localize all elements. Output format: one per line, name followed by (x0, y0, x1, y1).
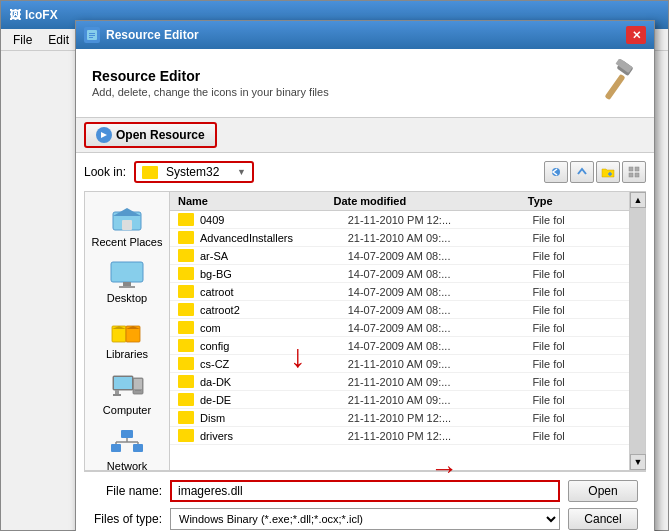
file-date: 14-07-2009 AM 08:... (348, 268, 533, 280)
filename-row: File name: Open (92, 480, 638, 502)
file-name: AdvancedInstallers (200, 232, 348, 244)
file-date: 14-07-2009 AM 08:... (348, 340, 533, 352)
nav-up-button[interactable] (570, 161, 594, 183)
table-row[interactable]: AdvancedInstallers 21-11-2010 AM 09:... … (170, 229, 629, 247)
file-name: cs-CZ (200, 358, 348, 370)
folder-icon (142, 166, 158, 179)
table-row[interactable]: catroot2 14-07-2009 AM 08:... File fol (170, 301, 629, 319)
svg-rect-16 (111, 262, 143, 282)
open-button[interactable]: Open (568, 480, 638, 502)
file-type: File fol (532, 340, 621, 352)
table-row[interactable]: config 14-07-2009 AM 08:... File fol (170, 337, 629, 355)
nav-recent-places[interactable]: Recent Places (90, 200, 165, 252)
table-row[interactable]: 0409 21-11-2010 PM 12:... File fol (170, 211, 629, 229)
hammer-icon (590, 59, 638, 107)
file-type: File fol (532, 304, 621, 316)
svg-rect-2 (89, 35, 95, 36)
file-date: 14-07-2009 AM 08:... (348, 322, 533, 334)
dialog-subtitle: Add, delete, change the icons in your bi… (92, 86, 329, 98)
filename-label: File name: (92, 484, 162, 498)
look-in-value: System32 (162, 165, 223, 179)
folder-icon (178, 321, 194, 334)
file-type: File fol (532, 232, 621, 244)
svg-rect-3 (89, 37, 93, 38)
desktop-label: Desktop (107, 292, 147, 304)
filetype-select[interactable]: Windows Binary (*.exe;*.dll;*.ocx;*.icl) (170, 508, 560, 530)
close-button[interactable]: ✕ (626, 26, 646, 44)
table-row[interactable]: drivers 21-11-2010 PM 12:... File fol (170, 427, 629, 445)
nav-computer[interactable]: Computer (90, 368, 165, 420)
dialog-header: Resource Editor Add, delete, change the … (76, 49, 654, 118)
file-name: ar-SA (200, 250, 348, 262)
file-name: drivers (200, 430, 348, 442)
look-in-row: Look in: System32 ▼ (84, 161, 646, 183)
bg-title-icon: 🖼 (9, 8, 21, 22)
recent-places-label: Recent Places (92, 236, 163, 248)
col-name-header: Name (178, 195, 333, 207)
file-date: 21-11-2010 AM 09:... (348, 394, 533, 406)
scroll-down-button[interactable]: ▼ (630, 454, 646, 470)
file-name: catroot2 (200, 304, 348, 316)
filetype-row: Files of type: Windows Binary (*.exe;*.d… (92, 508, 638, 530)
file-type: File fol (532, 214, 621, 226)
file-type: File fol (532, 358, 621, 370)
col-date-header: Date modified (333, 195, 527, 207)
scroll-thumb[interactable] (630, 208, 645, 454)
bg-menu-file[interactable]: File (5, 31, 40, 49)
open-resource-button[interactable]: Open Resource (84, 122, 217, 148)
file-name: bg-BG (200, 268, 348, 280)
col-type-header: Type (528, 195, 621, 207)
file-date: 21-11-2010 PM 12:... (348, 214, 533, 226)
file-name: catroot (200, 286, 348, 298)
look-in-dropdown[interactable]: System32 ▼ (134, 161, 254, 183)
dialog-toolbar: Open Resource (76, 118, 654, 153)
table-row[interactable]: Dism 21-11-2010 PM 12:... File fol (170, 409, 629, 427)
title-left: Resource Editor (84, 27, 199, 43)
svg-rect-18 (123, 282, 131, 286)
file-type: File fol (532, 322, 621, 334)
nav-new-folder-button[interactable] (596, 161, 620, 183)
table-row[interactable]: com 14-07-2009 AM 08:... File fol (170, 319, 629, 337)
table-row[interactable]: cs-CZ 21-11-2010 AM 09:... File fol (170, 355, 629, 373)
file-name: 0409 (200, 214, 348, 226)
table-row[interactable]: catroot 14-07-2009 AM 08:... File fol (170, 283, 629, 301)
nav-back-button[interactable] (544, 161, 568, 183)
table-row[interactable]: ar-SA 14-07-2009 AM 08:... File fol (170, 247, 629, 265)
resource-editor-dialog: Resource Editor ✕ Resource Editor Add, d… (75, 20, 655, 531)
table-row[interactable]: de-DE 21-11-2010 AM 09:... File fol (170, 391, 629, 409)
folder-icon (178, 411, 194, 424)
table-row[interactable]: da-DK 21-11-2010 AM 09:... File fol (170, 373, 629, 391)
bg-menu-edit[interactable]: Edit (40, 31, 77, 49)
folder-icon (178, 303, 194, 316)
filetype-label: Files of type: (92, 512, 162, 526)
nav-desktop[interactable]: Desktop (90, 256, 165, 308)
file-type: File fol (532, 430, 621, 442)
folder-icon (178, 285, 194, 298)
cancel-button[interactable]: Cancel (568, 508, 638, 530)
nav-view-button[interactable] (622, 161, 646, 183)
file-type: File fol (532, 268, 621, 280)
nav-network[interactable]: Network (90, 424, 165, 476)
svg-rect-30 (111, 444, 121, 452)
svg-rect-19 (119, 286, 135, 288)
folder-icon (178, 357, 194, 370)
computer-label: Computer (103, 404, 151, 416)
browser-bottom: File name: Open Files of type: Windows B… (84, 471, 646, 531)
desktop-icon (109, 260, 145, 290)
svg-rect-11 (635, 167, 639, 171)
folder-icon (178, 393, 194, 406)
file-date: 21-11-2010 PM 12:... (348, 430, 533, 442)
svg-rect-23 (114, 377, 132, 389)
folder-icon (178, 339, 194, 352)
file-browser: Look in: System32 ▼ (76, 153, 654, 531)
file-date: 14-07-2009 AM 08:... (348, 286, 533, 298)
libraries-icon (109, 316, 145, 346)
svg-rect-13 (635, 173, 639, 177)
scroll-up-button[interactable]: ▲ (630, 192, 646, 208)
scrollbar[interactable]: ▲ ▼ (629, 192, 645, 470)
nav-libraries[interactable]: Libraries (90, 312, 165, 364)
filename-input[interactable] (170, 480, 560, 502)
dialog-title-text: Resource Editor (106, 28, 199, 42)
file-date: 21-11-2010 AM 09:... (348, 232, 533, 244)
table-row[interactable]: bg-BG 14-07-2009 AM 08:... File fol (170, 265, 629, 283)
